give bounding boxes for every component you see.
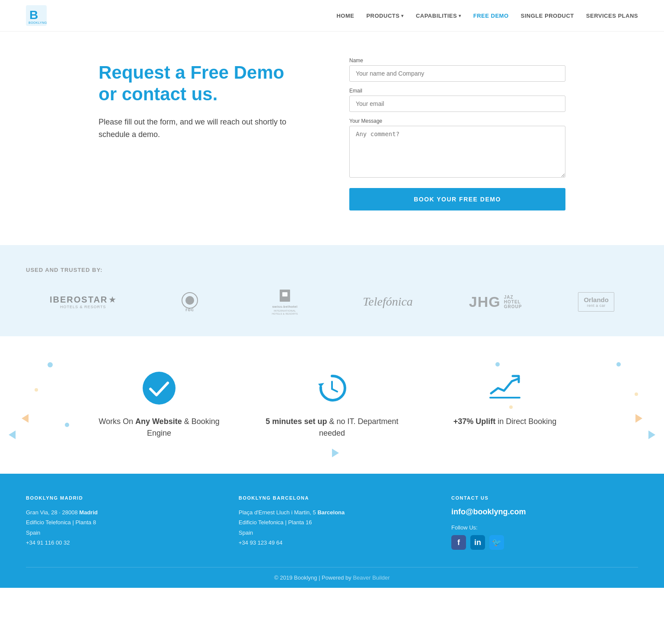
email-label: Email <box>349 88 565 94</box>
tri-right-1 <box>635 414 642 423</box>
name-label: Name <box>349 57 565 64</box>
svg-text:INTERNATIONAL: INTERNATIONAL <box>274 309 297 312</box>
nav-services-plans[interactable]: SERVICES PLANS <box>586 13 638 19</box>
svg-point-4 <box>185 296 194 305</box>
iberostar-star-icon: ★ <box>109 294 116 305</box>
brand-swiss-belhotel: swiss-belhotel INTERNATIONAL HOTELS & RE… <box>263 289 306 315</box>
brand-telefonica: Telefónica <box>363 295 413 309</box>
iberostar-text: IBEROSTAR <box>50 295 108 305</box>
footer-madrid-phone: +34 91 116 00 32 <box>26 538 213 548</box>
footer-barcelona-phone: +34 93 123 49 64 <box>239 538 425 548</box>
nav-free-demo[interactable]: FREE DEMO <box>473 13 509 19</box>
orlando-text: Orlando <box>584 296 609 303</box>
deco-dot-5 <box>509 405 513 409</box>
footer-contact-title: CONTACT US <box>451 495 638 501</box>
svg-point-12 <box>143 372 176 405</box>
deco-dot-1 <box>48 362 53 367</box>
trusted-section: USED AND TRUSTED BY: IBEROSTAR ★ HOTELS … <box>0 245 664 336</box>
tri-right-2 <box>648 430 655 439</box>
svg-text:BOOKLYNG: BOOKLYNG <box>29 21 47 24</box>
nav-products[interactable]: PRODUCTS ▾ <box>366 13 403 19</box>
footer-barcelona-address3: Spain <box>239 528 425 538</box>
nav-home[interactable]: HOME <box>336 13 354 19</box>
message-textarea[interactable] <box>349 126 565 178</box>
brand-roc: roc <box>172 291 207 312</box>
tri-center <box>332 449 339 457</box>
products-dropdown-icon: ▾ <box>401 13 404 18</box>
orlando-sub: rent a car <box>584 303 609 308</box>
footer-top: BOOKLYNG MADRID Gran Via, 28 · 28008 Mad… <box>26 495 638 567</box>
svg-text:swiss-belhotel: swiss-belhotel <box>272 305 298 309</box>
logo[interactable]: B BOOKLYNG <box>26 5 47 26</box>
hero-section: Request a Free Demo or contact us. Pleas… <box>0 32 664 245</box>
svg-rect-7 <box>282 292 287 296</box>
contact-form: Name Email Your Message BOOK YOUR FREE D… <box>349 57 565 210</box>
jaz-text3: GROUP <box>504 304 522 309</box>
feature-5min-text: 5 minutes set up & no IT. Department nee… <box>259 416 405 439</box>
checkmark-circle-icon <box>142 371 176 405</box>
brand-iberostar: IBEROSTAR ★ HOTELS & RESORTS <box>50 294 116 309</box>
brands-row: IBEROSTAR ★ HOTELS & RESORTS roc swiss-b… <box>26 289 638 315</box>
tri-left-2 <box>9 430 16 439</box>
name-group: Name <box>349 57 565 82</box>
email-group: Email <box>349 88 565 112</box>
deco-dot-3 <box>65 423 69 427</box>
brand-jaz: JHG JAZ HOTEL GROUP <box>469 293 522 310</box>
hero-text: Request a Free Demo or contact us. Pleas… <box>99 57 315 140</box>
header: B BOOKLYNG HOME PRODUCTS ▾ CAPABILITIES … <box>0 0 664 32</box>
deco-dot-6 <box>616 362 621 367</box>
footer-powered-by-link[interactable]: Beaver Builder <box>353 574 389 581</box>
linkedin-icon[interactable]: in <box>470 535 485 550</box>
message-label: Your Message <box>349 118 565 124</box>
nav-single-product[interactable]: SINGLE PRODUCT <box>521 13 574 19</box>
feature-any-website-text: Works On Any Website & Booking Engine <box>86 416 233 439</box>
footer-madrid-address2: Edificio Telefonica | Planta 8 <box>26 517 213 527</box>
deco-dot-7 <box>635 392 638 396</box>
footer-copyright: © 2019 Booklyng | Powered by <box>274 574 353 581</box>
svg-rect-8 <box>283 293 284 296</box>
footer-madrid-address3: Spain <box>26 528 213 538</box>
feature-uplift: +37% Uplift in Direct Booking <box>418 371 591 427</box>
features-row: Works On Any Website & Booking Engine 5 … <box>73 371 591 439</box>
email-input[interactable] <box>349 96 565 112</box>
footer-follow-label: Follow Us: <box>451 524 638 531</box>
footer-contact: CONTACT US info@booklyng.com Follow Us: … <box>451 495 638 550</box>
footer-barcelona-address1: Plaça d'Ernest Lluch i Martin, 5 Barcelo… <box>239 507 425 517</box>
twitter-icon[interactable]: 🐦 <box>489 535 504 550</box>
social-icons-row: f in 🐦 <box>451 535 638 550</box>
hero-heading: Request a Free Demo or contact us. <box>99 62 315 105</box>
footer-bottom: © 2019 Booklyng | Powered by Beaver Buil… <box>26 567 638 588</box>
svg-text:B: B <box>29 8 38 22</box>
feature-5min-setup: 5 minutes set up & no IT. Department nee… <box>246 371 418 439</box>
footer-madrid-title: BOOKLYNG MADRID <box>26 495 213 501</box>
message-group: Your Message <box>349 118 565 179</box>
svg-text:roc: roc <box>185 307 194 312</box>
feature-uplift-text: +37% Uplift in Direct Booking <box>431 416 578 427</box>
nav-capabilities[interactable]: CAPABILITIES ▾ <box>416 13 461 19</box>
iberostar-sub: HOTELS & RESORTS <box>60 305 106 309</box>
chart-uplift-icon <box>488 371 522 405</box>
deco-dot-4 <box>495 362 500 367</box>
footer: BOOKLYNG MADRID Gran Via, 28 · 28008 Mad… <box>0 474 664 588</box>
jaz-text2: HOTEL <box>504 300 522 304</box>
feature-any-website: Works On Any Website & Booking Engine <box>73 371 246 439</box>
name-input[interactable] <box>349 65 565 82</box>
svg-line-14 <box>332 389 337 392</box>
hero-subtext: Please fill out the form, and we will re… <box>99 116 315 141</box>
deco-dot-2 <box>35 388 38 392</box>
jaz-text1: JAZ <box>504 295 522 300</box>
telefonica-text: Telefónica <box>363 295 413 309</box>
brand-orlando: Orlando rent a car <box>578 292 614 312</box>
footer-barcelona-address2: Edificio Telefonica | Planta 16 <box>239 517 425 527</box>
capabilities-dropdown-icon: ▾ <box>459 13 461 18</box>
jaz-jhg: JHG <box>469 293 501 310</box>
footer-madrid: BOOKLYNG MADRID Gran Via, 28 · 28008 Mad… <box>26 495 213 550</box>
submit-button[interactable]: BOOK YOUR FREE DEMO <box>349 188 565 210</box>
svg-text:HOTELS & RESORTS: HOTELS & RESORTS <box>272 312 298 315</box>
features-section: Works On Any Website & Booking Engine 5 … <box>0 336 664 474</box>
tri-left-1 <box>22 414 29 423</box>
facebook-icon[interactable]: f <box>451 535 466 550</box>
trusted-label: USED AND TRUSTED BY: <box>26 267 638 273</box>
footer-barcelona: BOOKLYNG BARCELONA Plaça d'Ernest Lluch … <box>239 495 425 550</box>
footer-email[interactable]: info@booklyng.com <box>451 507 526 516</box>
